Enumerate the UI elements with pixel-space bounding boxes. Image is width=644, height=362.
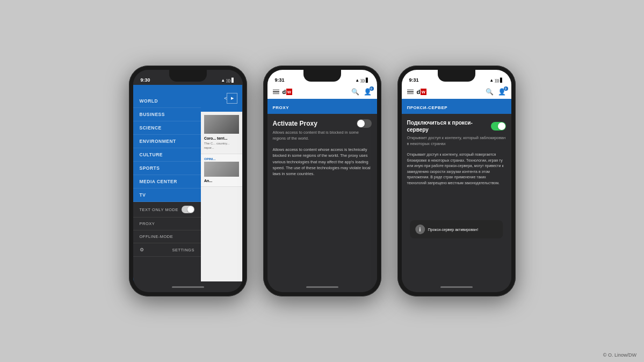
notification-badge-2: 0 <box>370 86 374 91</box>
proxy-toggle-3[interactable] <box>491 122 506 131</box>
menu-nav-item-science[interactable]: SCIENCE <box>133 121 201 135</box>
text-only-toggle[interactable] <box>182 206 194 213</box>
proxy-bar-label-3: ПРОКСИ-СЕРВЕР <box>407 105 448 110</box>
hamburger-menu-2[interactable] <box>273 90 279 95</box>
info-icon: i <box>415 225 425 234</box>
article-text-1: The C... country... repor... <box>204 142 240 150</box>
hamburger-line <box>407 93 414 95</box>
status-icons-1: ▲ ))) ▋ <box>221 78 235 83</box>
hamburger-line <box>273 91 279 92</box>
home-bar-3 <box>440 286 473 288</box>
dw-header-left-2: d w <box>273 89 292 95</box>
status-icons-3: ▲ ))) ▋ <box>489 78 503 83</box>
menu-settings-area: TEXT ONLY MODE PROXY OFFLINE-MODE ⚙ SETT… <box>133 202 201 281</box>
time-2: 9:31 <box>275 77 285 83</box>
hamburger-line <box>273 90 279 91</box>
proxy-desc-2: Allows access to content whose access is… <box>273 147 372 177</box>
proxy-toggle-row-2: Activate Proxy <box>273 119 372 128</box>
watermark: © O. Linow/DW <box>603 352 636 358</box>
play-button[interactable]: ▶ <box>227 93 237 104</box>
phone3-content: d w 🔍 👤 0 ПРОКСИ-СЕРВЕР <box>402 85 511 281</box>
proxy-subtitle-3: Открывает доступ к контенту, который заб… <box>407 135 506 147</box>
article2-label: OPINI... <box>204 157 240 161</box>
phone-1: 9:30 ▲ ))) ▋ WORLD BUSINESS SCIENCE ENVI… <box>129 66 247 296</box>
settings-gear-icon: ⚙ <box>140 247 144 252</box>
search-icon-3[interactable]: 🔍 <box>486 88 494 96</box>
menu-nav-item-culture[interactable]: CULTURE <box>133 148 201 162</box>
menu-nav-item-environment[interactable]: ENVIRONMENT <box>133 135 201 148</box>
proxy-toggle-row-3: Подключиться к прокси-серверу <box>407 119 506 133</box>
time-1: 9:30 <box>141 77 150 83</box>
proxy-title-3: Подключиться к прокси-серверу <box>407 119 482 133</box>
notch-3 <box>438 70 475 82</box>
proxy-main-2: Activate Proxy Allows access to content … <box>267 114 377 281</box>
settings-item[interactable]: ⚙ SETTINGS <box>133 243 201 257</box>
hamburger-line <box>407 90 414 91</box>
menu-nav-item-business[interactable]: BUSINESS <box>133 108 201 121</box>
toast-notification: i Прокси-сервер активирован! <box>410 220 503 238</box>
menu-nav-item-world[interactable]: WORLD <box>133 95 201 108</box>
phone-2: 9:31 ▲ ))) ▋ d w <box>263 66 381 296</box>
search-icon-2[interactable]: 🔍 <box>351 88 359 96</box>
content-preview-top: < ▶ <box>201 85 243 112</box>
menu-nav-item-sports[interactable]: SPORTS <box>133 162 201 175</box>
home-indicator-1 <box>133 281 243 292</box>
proxy-desc-3: Открывает доступ к контенту, который пов… <box>407 152 506 186</box>
profile-icon-2[interactable]: 👤 0 <box>364 88 372 96</box>
article-1: Coro... terri... The C... country... rep… <box>201 112 243 154</box>
phone1-content: WORLD BUSINESS SCIENCE ENVIRONMENT CULTU… <box>133 85 243 281</box>
article-2: OPINI... An... <box>201 154 243 187</box>
dw-header-3: d w 🔍 👤 0 <box>402 85 511 99</box>
toast-text: Прокси-сервер активирован! <box>428 228 478 231</box>
dw-header-right-2: 🔍 👤 0 <box>351 88 372 96</box>
dw-header-right-3: 🔍 👤 0 <box>486 88 506 96</box>
offline-mode-label: OFFLINE-MODE <box>140 234 173 239</box>
dw-logo-3: d w <box>417 89 426 95</box>
phone2-content: d w 🔍 👤 0 PROXY <box>267 85 377 281</box>
phone-3: 9:31 ▲ ))) ▋ d w <box>397 66 516 296</box>
home-bar-2 <box>306 286 338 288</box>
hamburger-line <box>407 91 414 92</box>
home-indicator-3 <box>402 281 511 292</box>
home-bar-1 <box>172 286 204 288</box>
offline-mode-item[interactable]: OFFLINE-MODE <box>133 230 201 243</box>
proxy-bar-2: PROXY <box>267 99 377 114</box>
proxy-item[interactable]: PROXY <box>133 218 201 230</box>
settings-label: SETTINGS <box>172 248 194 252</box>
menu-nav-item-tv[interactable]: TV <box>133 189 201 202</box>
article-text-2: An... <box>204 178 240 183</box>
notch-2 <box>303 70 341 82</box>
hamburger-line <box>273 93 279 95</box>
dw-header-2: d w 🔍 👤 0 <box>267 85 377 99</box>
time-3: 9:31 <box>409 77 419 83</box>
text-only-mode-label: TEXT ONLY MODE <box>140 207 178 212</box>
proxy-bar-label-2: PROXY <box>273 105 290 110</box>
menu-nav-item-mediacenter[interactable]: MEDIA CENTER <box>133 175 201 189</box>
article-image-1 <box>204 115 240 134</box>
back-arrow: < ▶ <box>203 90 241 106</box>
status-icons-2: ▲ ))) ▋ <box>355 78 369 83</box>
proxy-bar-3: ПРОКСИ-СЕРВЕР <box>402 99 511 114</box>
dw-logo-2: d w <box>283 89 292 95</box>
proxy-title-2: Activate Proxy <box>273 120 317 127</box>
text-only-mode-item[interactable]: TEXT ONLY MODE <box>133 202 201 218</box>
proxy-label: PROXY <box>140 221 155 226</box>
article-title-1: Coro... terri... <box>204 136 240 141</box>
proxy-main-3: Подключиться к прокси-серверу Открывает … <box>402 114 511 281</box>
proxy-subtitle-2: Allows access to content that is blocked… <box>273 130 372 141</box>
content-preview: < ▶ Coro... terri... The C... country...… <box>201 85 243 281</box>
article-image-2 <box>204 162 240 177</box>
proxy-toggle-2[interactable] <box>357 119 372 128</box>
menu-header <box>133 87 201 95</box>
notch-1 <box>169 70 207 82</box>
home-indicator-2 <box>267 281 377 292</box>
notification-badge-3: 0 <box>504 86 508 91</box>
dw-header-left-3: d w <box>407 89 426 95</box>
hamburger-menu-3[interactable] <box>407 90 414 95</box>
profile-icon-3[interactable]: 👤 0 <box>498 88 506 96</box>
menu-panel: WORLD BUSINESS SCIENCE ENVIRONMENT CULTU… <box>133 85 201 281</box>
